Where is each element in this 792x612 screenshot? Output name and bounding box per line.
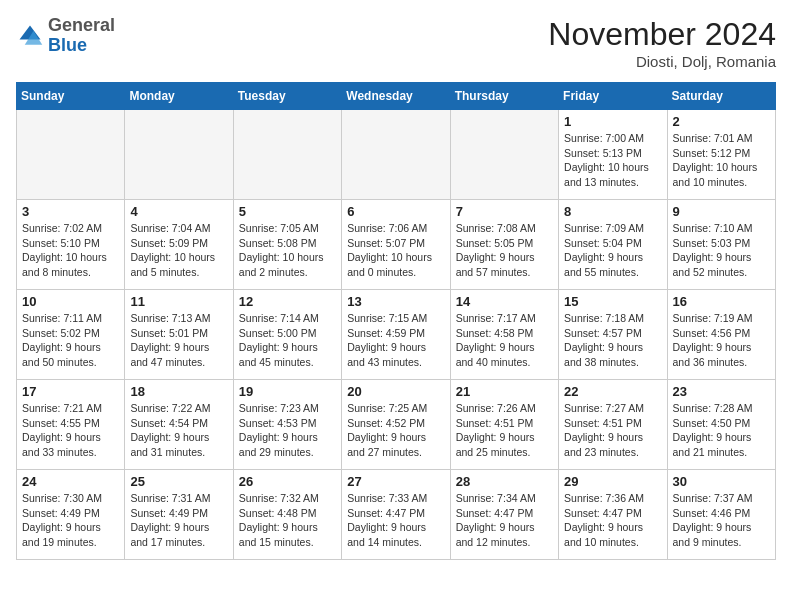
calendar-cell: 22Sunrise: 7:27 AM Sunset: 4:51 PM Dayli… <box>559 380 667 470</box>
calendar-cell <box>450 110 558 200</box>
calendar-cell: 28Sunrise: 7:34 AM Sunset: 4:47 PM Dayli… <box>450 470 558 560</box>
day-number: 5 <box>239 204 336 219</box>
day-number: 22 <box>564 384 661 399</box>
day-number: 24 <box>22 474 119 489</box>
calendar-cell <box>125 110 233 200</box>
calendar-cell: 5Sunrise: 7:05 AM Sunset: 5:08 PM Daylig… <box>233 200 341 290</box>
day-number: 21 <box>456 384 553 399</box>
title-block: November 2024 Diosti, Dolj, Romania <box>548 16 776 70</box>
day-number: 4 <box>130 204 227 219</box>
day-number: 9 <box>673 204 770 219</box>
col-header-tuesday: Tuesday <box>233 83 341 110</box>
calendar-cell: 17Sunrise: 7:21 AM Sunset: 4:55 PM Dayli… <box>17 380 125 470</box>
day-number: 13 <box>347 294 444 309</box>
col-header-thursday: Thursday <box>450 83 558 110</box>
day-info: Sunrise: 7:25 AM Sunset: 4:52 PM Dayligh… <box>347 401 444 460</box>
logo-text: General Blue <box>48 16 115 56</box>
calendar-cell: 30Sunrise: 7:37 AM Sunset: 4:46 PM Dayli… <box>667 470 775 560</box>
calendar-table: SundayMondayTuesdayWednesdayThursdayFrid… <box>16 82 776 560</box>
calendar-cell: 14Sunrise: 7:17 AM Sunset: 4:58 PM Dayli… <box>450 290 558 380</box>
day-info: Sunrise: 7:37 AM Sunset: 4:46 PM Dayligh… <box>673 491 770 550</box>
day-info: Sunrise: 7:18 AM Sunset: 4:57 PM Dayligh… <box>564 311 661 370</box>
month-title: November 2024 <box>548 16 776 53</box>
calendar-cell: 16Sunrise: 7:19 AM Sunset: 4:56 PM Dayli… <box>667 290 775 380</box>
col-header-monday: Monday <box>125 83 233 110</box>
day-number: 28 <box>456 474 553 489</box>
day-number: 2 <box>673 114 770 129</box>
day-info: Sunrise: 7:22 AM Sunset: 4:54 PM Dayligh… <box>130 401 227 460</box>
calendar-cell: 19Sunrise: 7:23 AM Sunset: 4:53 PM Dayli… <box>233 380 341 470</box>
calendar-cell: 9Sunrise: 7:10 AM Sunset: 5:03 PM Daylig… <box>667 200 775 290</box>
day-number: 3 <box>22 204 119 219</box>
day-number: 18 <box>130 384 227 399</box>
calendar-cell: 4Sunrise: 7:04 AM Sunset: 5:09 PM Daylig… <box>125 200 233 290</box>
day-number: 20 <box>347 384 444 399</box>
day-info: Sunrise: 7:01 AM Sunset: 5:12 PM Dayligh… <box>673 131 770 190</box>
day-number: 25 <box>130 474 227 489</box>
day-info: Sunrise: 7:13 AM Sunset: 5:01 PM Dayligh… <box>130 311 227 370</box>
day-number: 1 <box>564 114 661 129</box>
day-info: Sunrise: 7:34 AM Sunset: 4:47 PM Dayligh… <box>456 491 553 550</box>
col-header-friday: Friday <box>559 83 667 110</box>
calendar-week-4: 17Sunrise: 7:21 AM Sunset: 4:55 PM Dayli… <box>17 380 776 470</box>
calendar-cell: 18Sunrise: 7:22 AM Sunset: 4:54 PM Dayli… <box>125 380 233 470</box>
calendar-cell: 23Sunrise: 7:28 AM Sunset: 4:50 PM Dayli… <box>667 380 775 470</box>
day-number: 14 <box>456 294 553 309</box>
day-info: Sunrise: 7:28 AM Sunset: 4:50 PM Dayligh… <box>673 401 770 460</box>
day-info: Sunrise: 7:26 AM Sunset: 4:51 PM Dayligh… <box>456 401 553 460</box>
day-number: 10 <box>22 294 119 309</box>
day-info: Sunrise: 7:19 AM Sunset: 4:56 PM Dayligh… <box>673 311 770 370</box>
calendar-cell: 15Sunrise: 7:18 AM Sunset: 4:57 PM Dayli… <box>559 290 667 380</box>
day-number: 17 <box>22 384 119 399</box>
day-info: Sunrise: 7:23 AM Sunset: 4:53 PM Dayligh… <box>239 401 336 460</box>
day-info: Sunrise: 7:32 AM Sunset: 4:48 PM Dayligh… <box>239 491 336 550</box>
calendar-cell <box>342 110 450 200</box>
calendar-header-row: SundayMondayTuesdayWednesdayThursdayFrid… <box>17 83 776 110</box>
logo: General Blue <box>16 16 115 56</box>
day-number: 23 <box>673 384 770 399</box>
calendar-cell: 7Sunrise: 7:08 AM Sunset: 5:05 PM Daylig… <box>450 200 558 290</box>
calendar-cell <box>233 110 341 200</box>
calendar-cell: 29Sunrise: 7:36 AM Sunset: 4:47 PM Dayli… <box>559 470 667 560</box>
day-info: Sunrise: 7:10 AM Sunset: 5:03 PM Dayligh… <box>673 221 770 280</box>
day-number: 29 <box>564 474 661 489</box>
day-info: Sunrise: 7:00 AM Sunset: 5:13 PM Dayligh… <box>564 131 661 190</box>
col-header-saturday: Saturday <box>667 83 775 110</box>
calendar-cell: 26Sunrise: 7:32 AM Sunset: 4:48 PM Dayli… <box>233 470 341 560</box>
day-info: Sunrise: 7:33 AM Sunset: 4:47 PM Dayligh… <box>347 491 444 550</box>
col-header-wednesday: Wednesday <box>342 83 450 110</box>
day-info: Sunrise: 7:14 AM Sunset: 5:00 PM Dayligh… <box>239 311 336 370</box>
calendar-cell: 12Sunrise: 7:14 AM Sunset: 5:00 PM Dayli… <box>233 290 341 380</box>
day-number: 15 <box>564 294 661 309</box>
day-number: 30 <box>673 474 770 489</box>
day-info: Sunrise: 7:06 AM Sunset: 5:07 PM Dayligh… <box>347 221 444 280</box>
calendar-cell: 24Sunrise: 7:30 AM Sunset: 4:49 PM Dayli… <box>17 470 125 560</box>
calendar-cell <box>17 110 125 200</box>
calendar-week-5: 24Sunrise: 7:30 AM Sunset: 4:49 PM Dayli… <box>17 470 776 560</box>
col-header-sunday: Sunday <box>17 83 125 110</box>
day-number: 11 <box>130 294 227 309</box>
logo-icon <box>16 22 44 50</box>
calendar-week-2: 3Sunrise: 7:02 AM Sunset: 5:10 PM Daylig… <box>17 200 776 290</box>
calendar-cell: 8Sunrise: 7:09 AM Sunset: 5:04 PM Daylig… <box>559 200 667 290</box>
day-number: 12 <box>239 294 336 309</box>
day-info: Sunrise: 7:21 AM Sunset: 4:55 PM Dayligh… <box>22 401 119 460</box>
calendar-cell: 3Sunrise: 7:02 AM Sunset: 5:10 PM Daylig… <box>17 200 125 290</box>
calendar-cell: 11Sunrise: 7:13 AM Sunset: 5:01 PM Dayli… <box>125 290 233 380</box>
day-info: Sunrise: 7:04 AM Sunset: 5:09 PM Dayligh… <box>130 221 227 280</box>
location: Diosti, Dolj, Romania <box>548 53 776 70</box>
calendar-cell: 1Sunrise: 7:00 AM Sunset: 5:13 PM Daylig… <box>559 110 667 200</box>
day-info: Sunrise: 7:09 AM Sunset: 5:04 PM Dayligh… <box>564 221 661 280</box>
day-info: Sunrise: 7:31 AM Sunset: 4:49 PM Dayligh… <box>130 491 227 550</box>
day-info: Sunrise: 7:15 AM Sunset: 4:59 PM Dayligh… <box>347 311 444 370</box>
day-info: Sunrise: 7:05 AM Sunset: 5:08 PM Dayligh… <box>239 221 336 280</box>
calendar-cell: 21Sunrise: 7:26 AM Sunset: 4:51 PM Dayli… <box>450 380 558 470</box>
day-info: Sunrise: 7:27 AM Sunset: 4:51 PM Dayligh… <box>564 401 661 460</box>
day-info: Sunrise: 7:36 AM Sunset: 4:47 PM Dayligh… <box>564 491 661 550</box>
calendar-week-3: 10Sunrise: 7:11 AM Sunset: 5:02 PM Dayli… <box>17 290 776 380</box>
day-number: 19 <box>239 384 336 399</box>
day-number: 7 <box>456 204 553 219</box>
day-number: 6 <box>347 204 444 219</box>
day-info: Sunrise: 7:17 AM Sunset: 4:58 PM Dayligh… <box>456 311 553 370</box>
calendar-cell: 2Sunrise: 7:01 AM Sunset: 5:12 PM Daylig… <box>667 110 775 200</box>
